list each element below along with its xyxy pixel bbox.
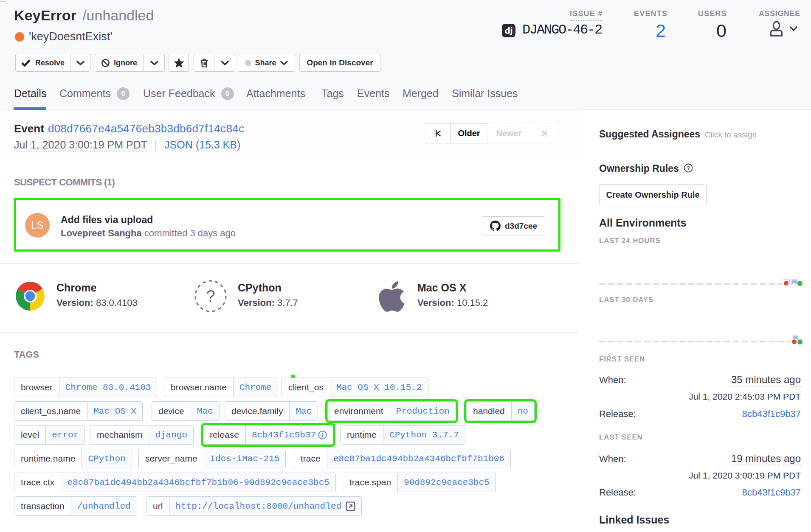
svg-text:?: ? bbox=[687, 165, 690, 171]
svg-text:?: ? bbox=[206, 287, 215, 305]
